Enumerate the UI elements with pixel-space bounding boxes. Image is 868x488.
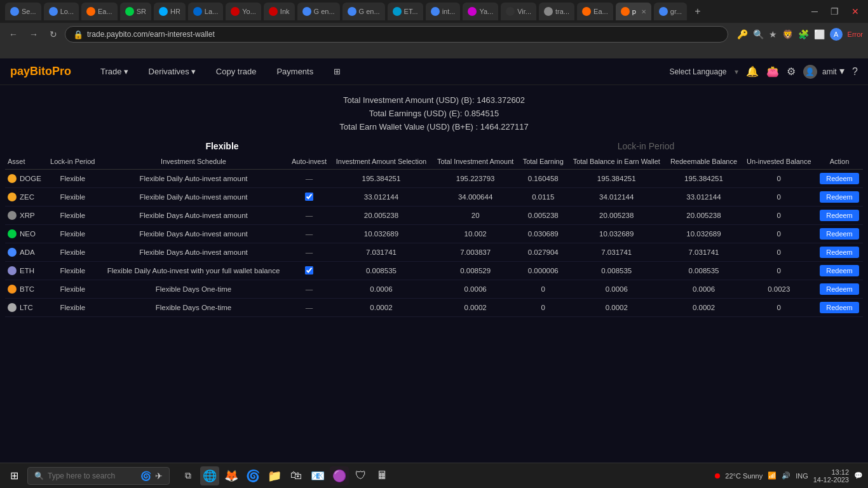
inv-amount-sel-cell: 33.012144 xyxy=(330,188,432,207)
total-inv-cell: 7.003837 xyxy=(432,243,519,262)
split-icon[interactable]: ⬜ xyxy=(814,29,825,39)
files-app[interactable]: 📁 xyxy=(265,466,284,485)
lockin-header: Lock-in Period xyxy=(434,141,858,151)
extensions-icon[interactable]: 🔑 xyxy=(737,29,748,39)
redeem-button[interactable]: Redeem xyxy=(820,265,859,276)
total-investment-label: Total Investment Amount (USD) (B): 1463.… xyxy=(0,94,868,107)
calculator-app[interactable]: 🖩 xyxy=(373,466,392,485)
balance-earn-cell: 0.008535 xyxy=(567,262,665,280)
minimize-button[interactable]: ─ xyxy=(808,6,822,17)
temperature-label: 22°C Sunny xyxy=(725,472,763,480)
norton-app[interactable]: 🛡 xyxy=(351,466,370,485)
action-cell: Redeem xyxy=(816,280,863,299)
lock-period-cell: Flexible xyxy=(46,299,99,317)
tab-sr[interactable]: SR xyxy=(120,3,151,20)
tab-ea2[interactable]: Ea... xyxy=(577,3,613,20)
redeem-button[interactable]: Redeem xyxy=(820,228,859,240)
brave-icon[interactable]: 🦁 xyxy=(782,29,793,39)
nav-payments[interactable]: Payments xyxy=(273,67,317,76)
user-profile[interactable]: 👤 amit ▾ xyxy=(803,65,845,79)
tab-tra[interactable]: tra... xyxy=(539,3,574,20)
inv-amount-sel-cell: 7.031741 xyxy=(330,243,432,262)
asset-cell: ADA xyxy=(5,243,46,262)
redeem-button[interactable]: Redeem xyxy=(820,210,859,221)
tab-ya[interactable]: Ya... xyxy=(463,3,498,20)
error-label: Error xyxy=(848,30,863,38)
tab-yo[interactable]: Yo... xyxy=(226,3,261,20)
settings-icon[interactable]: ⚙ xyxy=(787,65,796,78)
col-auto-invest: Auto-invest xyxy=(288,154,330,170)
url-input[interactable]: 🔒 trade.paybito.com/earn-interest-wallet xyxy=(65,26,728,43)
bookmark-icon[interactable]: ★ xyxy=(769,29,777,39)
tab-lo[interactable]: Lo... xyxy=(44,3,79,20)
tab-la[interactable]: La... xyxy=(188,3,223,20)
forward-button[interactable]: → xyxy=(25,28,42,41)
redeem-button[interactable]: Redeem xyxy=(820,191,859,203)
total-earning-cell: 0.160458 xyxy=(519,170,567,188)
tab-hr[interactable]: HR xyxy=(154,3,186,20)
asset-cell: ETH xyxy=(5,262,46,280)
help-icon[interactable]: ? xyxy=(852,66,858,78)
redeem-button[interactable]: Redeem xyxy=(820,283,859,295)
taskbar-search[interactable]: 🔍 🌀 ✈ xyxy=(27,467,170,485)
redeem-button[interactable]: Redeem xyxy=(820,173,859,184)
redeemable-cell: 33.012144 xyxy=(665,188,742,207)
balance-earn-cell: 20.005238 xyxy=(567,207,665,225)
uninvested-cell: 0 xyxy=(742,170,816,188)
action-cell: Redeem xyxy=(816,225,863,243)
slack-app[interactable]: 🟣 xyxy=(330,466,349,485)
auto-invest-checkbox[interactable] xyxy=(305,266,313,274)
total-earning-cell: 0.027904 xyxy=(519,243,567,262)
tab-search[interactable]: Se... xyxy=(5,3,41,20)
total-inv-cell: 195.223793 xyxy=(432,170,519,188)
wifi-icon: 📶 xyxy=(768,471,776,480)
maximize-button[interactable]: ❐ xyxy=(827,6,843,17)
start-button[interactable]: ⊞ xyxy=(5,468,24,483)
redeem-button[interactable]: Redeem xyxy=(820,302,859,313)
total-earning-cell: 0 xyxy=(519,280,567,299)
auto-invest-checkbox[interactable] xyxy=(305,193,313,201)
inv-amount-sel-cell: 20.005238 xyxy=(330,207,432,225)
nav-derivatives[interactable]: Derivatives ▾ xyxy=(145,67,200,76)
tab-ink[interactable]: Ink xyxy=(264,3,295,20)
new-tab-button[interactable]: + xyxy=(689,6,705,17)
nav-right-section: Select Language ▾ 🔔 👛 ⚙ 👤 amit ▾ ? xyxy=(669,65,858,79)
auto-invest-cell xyxy=(288,262,330,280)
mail-app[interactable]: 📧 xyxy=(308,466,327,485)
tab-paybito[interactable]: p ✕ xyxy=(616,3,651,20)
language-selector[interactable]: Select Language xyxy=(669,67,726,76)
tab-ea1[interactable]: Ea... xyxy=(81,3,118,20)
tab-gen2[interactable]: G en... xyxy=(342,3,385,20)
chrome-app[interactable]: 🌐 xyxy=(200,466,219,485)
profile-icon[interactable]: A xyxy=(830,28,843,41)
firefox-app[interactable]: 🦊 xyxy=(222,466,241,485)
total-earning-cell: 0 xyxy=(519,299,567,317)
store-app[interactable]: 🛍 xyxy=(287,466,306,485)
redeem-button[interactable]: Redeem xyxy=(820,247,859,258)
nav-copy-trade[interactable]: Copy trade xyxy=(212,67,261,76)
wallet-icon[interactable]: 👛 xyxy=(766,65,779,78)
tab-vir[interactable]: Vir... xyxy=(501,3,536,20)
lock-period-cell: Flexible xyxy=(46,243,99,262)
chevron-down-icon2: ▾ xyxy=(191,67,196,76)
edge-app[interactable]: 🌀 xyxy=(243,466,262,485)
tab-close-icon[interactable]: ✕ xyxy=(641,8,646,15)
close-window-button[interactable]: ✕ xyxy=(848,6,863,17)
nav-grid[interactable]: ⊞ xyxy=(330,67,344,76)
notifications-icon[interactable]: 🔔 xyxy=(746,65,759,78)
extension2-icon[interactable]: 🧩 xyxy=(798,29,809,39)
reload-button[interactable]: ↻ xyxy=(46,28,61,41)
tab-int[interactable]: int... xyxy=(426,3,461,20)
total-inv-cell: 34.000644 xyxy=(432,188,519,207)
search-input[interactable] xyxy=(48,471,137,480)
taskview-button[interactable]: ⧉ xyxy=(179,466,198,485)
search-icon[interactable]: 🔍 xyxy=(753,29,764,39)
nav-trade[interactable]: Trade ▾ xyxy=(97,67,132,76)
back-button[interactable]: ← xyxy=(5,28,22,41)
notifications-panel-icon[interactable]: 💬 xyxy=(854,471,863,480)
tab-gen1[interactable]: G en... xyxy=(297,3,340,20)
tab-gr[interactable]: gr... xyxy=(654,3,687,20)
language-label: ING xyxy=(796,472,808,480)
tab-et[interactable]: ET... xyxy=(388,3,423,20)
total-inv-cell: 0.0006 xyxy=(432,280,519,299)
